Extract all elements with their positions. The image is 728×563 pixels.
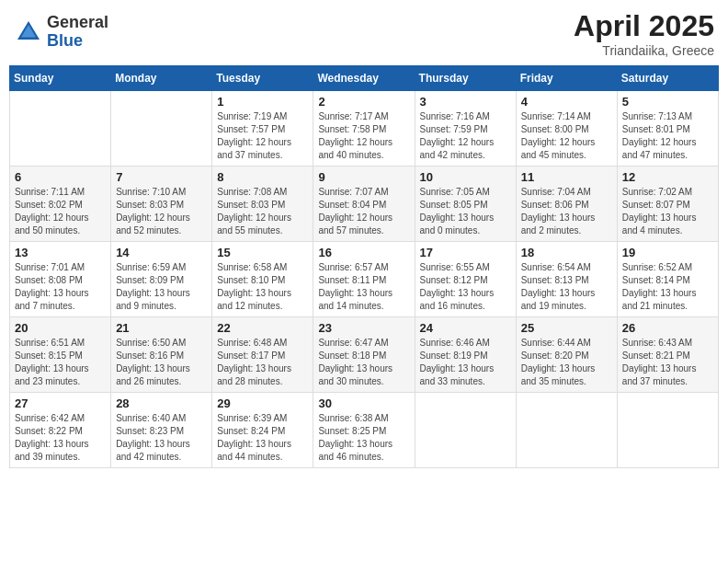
calendar-cell-w4-d1: 20Sunrise: 6:51 AMSunset: 8:15 PMDayligh… <box>10 317 111 393</box>
sunrise-text: Sunrise: 6:51 AM <box>15 337 106 350</box>
calendar-cell-w5-d6 <box>516 393 617 468</box>
daylight-text: Daylight: 13 hours and 33 minutes. <box>420 362 511 388</box>
calendar-cell-w3-d2: 14Sunrise: 6:59 AMSunset: 8:09 PMDayligh… <box>111 242 212 317</box>
calendar-cell-w2-d6: 11Sunrise: 7:04 AMSunset: 8:06 PMDayligh… <box>516 167 617 242</box>
sunset-text: Sunset: 8:05 PM <box>420 199 511 212</box>
col-saturday: Saturday <box>617 66 718 91</box>
day-number: 27 <box>15 396 106 410</box>
sunrise-text: Sunrise: 7:11 AM <box>15 186 106 199</box>
day-number: 12 <box>622 170 713 184</box>
day-number: 4 <box>521 95 612 109</box>
calendar-cell-w1-d7: 5Sunrise: 7:13 AMSunset: 8:01 PMDaylight… <box>617 91 718 167</box>
calendar-cell-w3-d3: 15Sunrise: 6:58 AMSunset: 8:10 PMDayligh… <box>212 242 313 317</box>
calendar-cell-w4-d3: 22Sunrise: 6:48 AMSunset: 8:17 PMDayligh… <box>212 317 313 393</box>
daylight-text: Daylight: 13 hours and 28 minutes. <box>217 362 308 388</box>
daylight-text: Daylight: 13 hours and 19 minutes. <box>521 287 612 313</box>
daylight-text: Daylight: 13 hours and 4 minutes. <box>622 212 713 237</box>
day-number: 19 <box>622 246 713 259</box>
sunset-text: Sunset: 8:09 PM <box>116 274 207 287</box>
daylight-text: Daylight: 13 hours and 44 minutes. <box>217 438 308 464</box>
daylight-text: Daylight: 13 hours and 35 minutes. <box>521 362 612 388</box>
daylight-text: Daylight: 13 hours and 42 minutes. <box>116 438 207 464</box>
sunrise-text: Sunrise: 7:19 AM <box>217 110 308 123</box>
sunset-text: Sunset: 8:04 PM <box>318 199 409 212</box>
day-number: 17 <box>420 246 511 259</box>
week-row-5: 27Sunrise: 6:42 AMSunset: 8:22 PMDayligh… <box>10 393 719 468</box>
daylight-text: Daylight: 13 hours and 21 minutes. <box>622 287 713 313</box>
sunset-text: Sunset: 7:57 PM <box>217 123 308 136</box>
sunrise-text: Sunrise: 6:38 AM <box>318 412 409 425</box>
location-subtitle: Triandaiika, Greece <box>574 43 714 58</box>
sunset-text: Sunset: 8:13 PM <box>521 274 612 287</box>
sunset-text: Sunset: 7:58 PM <box>318 123 409 136</box>
day-number: 9 <box>318 170 409 184</box>
day-number: 8 <box>217 170 308 184</box>
sunset-text: Sunset: 8:21 PM <box>622 350 713 362</box>
day-number: 29 <box>217 396 308 410</box>
calendar-cell-w5-d5 <box>415 393 516 468</box>
day-info: Sunrise: 7:11 AMSunset: 8:02 PMDaylight:… <box>15 186 106 237</box>
calendar-cell-w5-d7 <box>617 393 718 468</box>
day-info: Sunrise: 6:42 AMSunset: 8:22 PMDaylight:… <box>15 412 106 464</box>
day-number: 7 <box>116 170 207 184</box>
calendar-cell-w2-d1: 6Sunrise: 7:11 AMSunset: 8:02 PMDaylight… <box>10 167 111 242</box>
sunrise-text: Sunrise: 6:52 AM <box>622 261 713 274</box>
daylight-text: Daylight: 13 hours and 16 minutes. <box>420 287 511 313</box>
daylight-text: Daylight: 12 hours and 55 minutes. <box>217 212 308 237</box>
month-title: April 2025 <box>574 9 714 43</box>
col-sunday: Sunday <box>10 66 111 91</box>
day-number: 5 <box>622 95 713 109</box>
daylight-text: Daylight: 13 hours and 12 minutes. <box>217 287 308 313</box>
sunrise-text: Sunrise: 6:44 AM <box>521 337 612 350</box>
calendar-cell-w4-d2: 21Sunrise: 6:50 AMSunset: 8:16 PMDayligh… <box>111 317 212 393</box>
day-number: 30 <box>318 396 409 410</box>
calendar-cell-w2-d3: 8Sunrise: 7:08 AMSunset: 8:03 PMDaylight… <box>212 167 313 242</box>
day-info: Sunrise: 6:44 AMSunset: 8:20 PMDaylight:… <box>521 337 612 388</box>
day-info: Sunrise: 7:19 AMSunset: 7:57 PMDaylight:… <box>217 110 308 162</box>
sunrise-text: Sunrise: 6:42 AM <box>15 412 106 425</box>
day-info: Sunrise: 7:14 AMSunset: 8:00 PMDaylight:… <box>521 110 612 162</box>
day-info: Sunrise: 6:52 AMSunset: 8:14 PMDaylight:… <box>622 261 713 313</box>
day-info: Sunrise: 6:55 AMSunset: 8:12 PMDaylight:… <box>420 261 511 313</box>
calendar-cell-w2-d4: 9Sunrise: 7:07 AMSunset: 8:04 PMDaylight… <box>313 167 415 242</box>
day-number: 16 <box>318 246 409 259</box>
calendar-cell-w4-d5: 24Sunrise: 6:46 AMSunset: 8:19 PMDayligh… <box>415 317 516 393</box>
sunset-text: Sunset: 8:22 PM <box>15 425 106 438</box>
sunrise-text: Sunrise: 7:14 AM <box>521 110 612 123</box>
calendar-cell-w3-d5: 17Sunrise: 6:55 AMSunset: 8:12 PMDayligh… <box>415 242 516 317</box>
sunrise-text: Sunrise: 7:08 AM <box>217 186 308 199</box>
sunrise-text: Sunrise: 6:55 AM <box>420 261 511 274</box>
logo-blue-text: Blue <box>47 32 108 51</box>
day-number: 3 <box>420 95 511 109</box>
day-info: Sunrise: 7:13 AMSunset: 8:01 PMDaylight:… <box>622 110 713 162</box>
sunset-text: Sunset: 8:08 PM <box>15 274 106 287</box>
sunrise-text: Sunrise: 6:47 AM <box>318 337 409 350</box>
sunset-text: Sunset: 8:03 PM <box>116 199 207 212</box>
calendar-cell-w3-d4: 16Sunrise: 6:57 AMSunset: 8:11 PMDayligh… <box>313 242 415 317</box>
sunrise-text: Sunrise: 6:43 AM <box>622 337 713 350</box>
daylight-text: Daylight: 13 hours and 0 minutes. <box>420 212 511 237</box>
day-info: Sunrise: 6:38 AMSunset: 8:25 PMDaylight:… <box>318 412 409 464</box>
sunset-text: Sunset: 8:11 PM <box>318 274 409 287</box>
sunrise-text: Sunrise: 7:17 AM <box>318 110 409 123</box>
sunset-text: Sunset: 8:01 PM <box>622 123 713 136</box>
col-tuesday: Tuesday <box>212 66 313 91</box>
day-info: Sunrise: 7:04 AMSunset: 8:06 PMDaylight:… <box>521 186 612 237</box>
sunset-text: Sunset: 8:16 PM <box>116 350 207 362</box>
calendar-cell-w3-d7: 19Sunrise: 6:52 AMSunset: 8:14 PMDayligh… <box>617 242 718 317</box>
sunrise-text: Sunrise: 7:07 AM <box>318 186 409 199</box>
sunset-text: Sunset: 8:24 PM <box>217 425 308 438</box>
col-thursday: Thursday <box>415 66 516 91</box>
day-number: 14 <box>116 246 207 259</box>
day-number: 11 <box>521 170 612 184</box>
daylight-text: Daylight: 12 hours and 52 minutes. <box>116 212 207 237</box>
sunset-text: Sunset: 8:10 PM <box>217 274 308 287</box>
day-info: Sunrise: 6:48 AMSunset: 8:17 PMDaylight:… <box>217 337 308 388</box>
week-row-4: 20Sunrise: 6:51 AMSunset: 8:15 PMDayligh… <box>10 317 719 393</box>
calendar-cell-w1-d3: 1Sunrise: 7:19 AMSunset: 7:57 PMDaylight… <box>212 91 313 167</box>
sunrise-text: Sunrise: 7:01 AM <box>15 261 106 274</box>
calendar-cell-w5-d2: 28Sunrise: 6:40 AMSunset: 8:23 PMDayligh… <box>111 393 212 468</box>
day-info: Sunrise: 6:51 AMSunset: 8:15 PMDaylight:… <box>15 337 106 388</box>
day-info: Sunrise: 7:02 AMSunset: 8:07 PMDaylight:… <box>622 186 713 237</box>
sunrise-text: Sunrise: 7:13 AM <box>622 110 713 123</box>
